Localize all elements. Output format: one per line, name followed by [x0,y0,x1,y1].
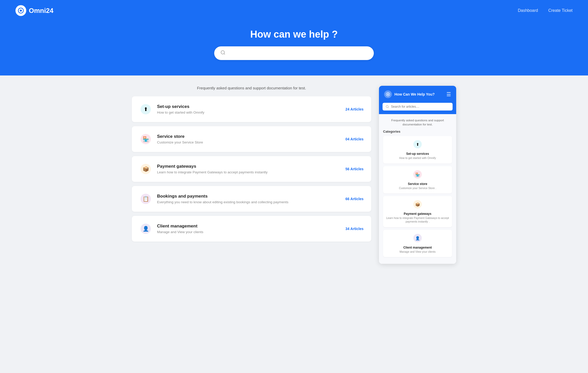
logo-icon [15,5,26,16]
store-icon: 🏪 [140,133,152,145]
logo: Omni24 [15,5,53,16]
client-icon: 👤 [140,223,152,235]
nav-bar: Omni24 Dashboard Create Ticket [15,0,573,21]
store-name: Service store [157,134,340,139]
svg-text:⬆: ⬆ [416,142,419,147]
setup-info: Set-up services How to get started with … [157,104,340,114]
svg-line-17 [388,107,388,108]
svg-text:📦: 📦 [143,166,149,172]
nav-links: Dashboard Create Ticket [518,8,573,13]
widget-faq-text: Frequently asked questions and support d… [383,118,452,126]
widget-card-setup[interactable]: ⬆ Set-up services How to get started wit… [383,136,452,164]
widget-logo-icon [384,90,392,98]
svg-point-15 [387,94,388,95]
bookings-desc: Everything you need to know about editin… [157,200,340,204]
client-name: Client management [157,224,340,229]
svg-point-16 [386,105,388,108]
search-icon [220,50,226,56]
widget-search-inner[interactable] [383,103,453,111]
bookings-count: 66 Articles [345,197,364,201]
search-input[interactable] [229,51,368,56]
svg-text:👤: 👤 [415,236,420,240]
bookings-name: Bookings and payments [157,194,340,199]
category-card-client[interactable]: 👤 Client management Manage and View your… [132,216,371,242]
client-count: 34 Articles [345,227,364,231]
store-desc: Customize your Service Store [157,140,340,144]
payment-name: Payment gateways [157,164,340,169]
faq-subtitle: Frequently asked questions and support d… [132,86,371,90]
category-card-bookings[interactable]: 📋 Bookings and payments Everything you n… [132,186,371,212]
content-area: Frequently asked questions and support d… [132,86,371,246]
svg-text:👤: 👤 [143,226,149,232]
payment-desc: Learn how to integrate Payment Gateways … [157,170,340,174]
bookings-icon: 📋 [140,193,152,205]
svg-text:📋: 📋 [143,196,149,202]
store-info: Service store Customize your Service Sto… [157,134,340,144]
main-search-bar[interactable] [214,46,374,60]
category-card-setup[interactable]: ⬆ Set-up services How to get started wit… [132,96,371,122]
store-count: 04 Articles [345,137,364,141]
widget-client-desc: Manage and View your clients [400,250,436,254]
category-card-payment[interactable]: 📦 Payment gateways Learn how to integrat… [132,156,371,182]
setup-desc: How to get started with Omnify [157,111,340,114]
widget-store-name: Service store [408,182,427,186]
svg-text:⬆: ⬆ [144,106,148,112]
client-desc: Manage and View your clients [157,230,340,234]
svg-point-1 [20,10,22,12]
payment-info: Payment gateways Learn how to integrate … [157,164,340,174]
widget-categories-label: Categories [383,130,452,133]
client-info: Client management Manage and View your c… [157,224,340,234]
widget-menu-icon[interactable]: ☰ [446,91,451,97]
widget-card-payment[interactable]: 📦 Payment gateways Learn how to integrat… [383,196,452,227]
widget-title: How Can We Help You? [394,92,435,96]
widget-panel: How Can We Help You? ☰ Frequently asked … [379,86,456,264]
payment-icon: 📦 [140,163,152,175]
dashboard-link[interactable]: Dashboard [518,8,538,13]
setup-name: Set-up services [157,104,340,109]
widget-client-icon: 👤 [413,233,422,244]
widget-body: Frequently asked questions and support d… [379,114,456,264]
header: Omni24 Dashboard Create Ticket How can w… [0,0,588,75]
widget-payment-desc: Learn how to integrate Payment Gateways … [386,216,449,223]
setup-count: 24 Articles [345,107,364,111]
widget-payment-icon: 📦 [413,200,422,210]
bookings-info: Bookings and payments Everything you nee… [157,194,340,204]
widget-search-icon [386,105,389,108]
category-card-store[interactable]: 🏪 Service store Customize your Service S… [132,126,371,152]
widget-card-client[interactable]: 👤 Client management Manage and View your… [383,230,452,257]
widget-client-name: Client management [403,246,432,249]
widget-setup-icon: ⬆ [413,140,422,150]
widget-header-left: How Can We Help You? [384,90,435,98]
widget-header: How Can We Help You? ☰ [379,86,456,103]
widget-store-desc: Customize your Service Store . [399,186,436,190]
svg-line-3 [224,54,225,55]
setup-icon: ⬆ [140,103,152,115]
widget-setup-name: Set-up services [406,152,429,156]
payment-count: 56 Articles [345,167,364,171]
widget-store-icon: 🏪 [413,170,422,181]
widget-search-input[interactable] [391,105,449,108]
widget-payment-name: Payment gateways [404,212,431,216]
svg-point-2 [221,51,224,54]
logo-text: Omni24 [29,7,53,15]
widget-setup-desc: How to get started with Omnify [399,156,436,160]
header-title: How can we help ? [250,29,338,40]
create-ticket-link[interactable]: Create Ticket [548,8,573,13]
widget-search-area [379,103,456,114]
svg-text:🏪: 🏪 [415,172,420,177]
svg-text:📦: 📦 [415,202,420,207]
svg-text:🏪: 🏪 [143,136,149,142]
widget-card-store[interactable]: 🏪 Service store Customize your Service S… [383,166,452,194]
main-content: Frequently asked questions and support d… [127,75,461,274]
